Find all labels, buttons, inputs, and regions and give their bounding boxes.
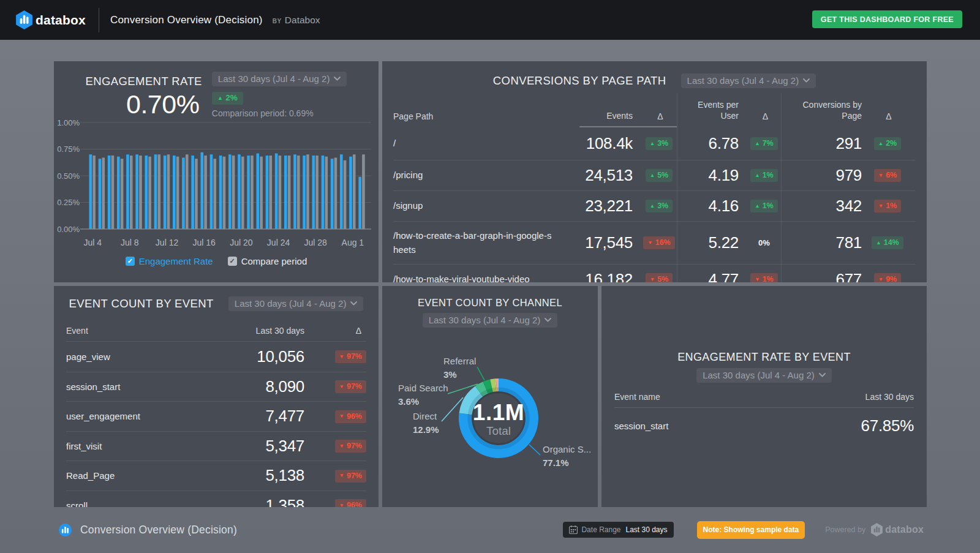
col-events-per-user[interactable]: Events per User [677, 100, 739, 127]
table-row[interactable]: / 108.4k 3% 6.78 7% 291 2% [393, 127, 916, 160]
compare-bar[interactable] [111, 156, 115, 229]
engagement-bar[interactable] [89, 154, 92, 229]
date-range-pill[interactable]: Date Range Last 30 days [563, 522, 673, 538]
conversions-date-dropdown[interactable]: Last 30 days (Jul 4 - Aug 2) [681, 73, 816, 88]
compare-bar[interactable] [204, 156, 207, 229]
compare-bar[interactable] [195, 159, 198, 229]
engagement-bar[interactable] [312, 156, 315, 229]
compare-bar[interactable] [241, 157, 244, 229]
engagement-bar[interactable] [331, 159, 334, 229]
compare-bar[interactable] [157, 154, 160, 229]
col-events[interactable]: Events [560, 111, 633, 127]
engagement-bar[interactable] [182, 157, 185, 229]
compare-bar[interactable] [325, 157, 328, 229]
compare-bar[interactable] [223, 157, 226, 229]
engagement-bar[interactable] [210, 154, 213, 229]
legend-compare-period[interactable]: ✓ Compare period [228, 256, 307, 266]
channel-date-dropdown[interactable]: Last 30 days (Jul 4 - Aug 2) [423, 313, 558, 328]
engagement-bar[interactable] [340, 154, 343, 229]
powered-by[interactable]: Powered by databox [825, 523, 924, 536]
engagement-bar[interactable] [349, 157, 352, 229]
compare-bar[interactable] [288, 156, 291, 229]
engagement-bar[interactable] [135, 154, 138, 229]
engagement-bar[interactable] [154, 154, 157, 229]
engagement-bar[interactable] [117, 157, 120, 229]
compare-bar[interactable] [167, 154, 170, 229]
table-row[interactable]: /pricing 24,513 5% 4.19 1% 979 6% [393, 160, 916, 190]
engagement-bar[interactable] [238, 154, 241, 229]
compare-bar[interactable] [269, 156, 272, 229]
compare-bar[interactable] [148, 157, 151, 229]
engagement-bar[interactable] [293, 154, 296, 229]
engagement-bar[interactable] [266, 156, 269, 229]
engagement-bar[interactable] [219, 156, 222, 229]
col-event-name[interactable]: Event name [614, 392, 660, 402]
table-row[interactable]: /how-to-create-a-bar-graph-in-google-she… [393, 221, 916, 264]
table-row[interactable]: Read_Page 5,138 97% [66, 461, 366, 491]
table-row[interactable]: /signup 23,221 3% 4.16 1% 342 1% [393, 190, 916, 221]
engagement-rate-checkbox[interactable]: ✓ [126, 257, 135, 266]
engagement-bar[interactable] [358, 177, 361, 229]
table-row[interactable]: page_view 10,056 97% [66, 342, 366, 372]
engagement-bar[interactable] [275, 153, 278, 229]
compare-bar[interactable] [353, 154, 356, 229]
engagement-bar[interactable] [228, 154, 232, 229]
col-last-30-days[interactable]: Last 30 days [194, 326, 304, 341]
table-row[interactable]: /how-to-make-viral-youtube-video 16,182 … [393, 264, 916, 282]
col-events-delta[interactable]: Δ [633, 111, 677, 127]
engagement-bar[interactable] [191, 156, 194, 229]
table-row[interactable]: user_engagement 7,477 96% [66, 401, 366, 431]
col-last-30-days[interactable]: Last 30 days [865, 392, 914, 402]
compare-bar[interactable] [315, 156, 318, 229]
compare-bar[interactable] [130, 156, 133, 229]
col-conv-delta[interactable]: Δ [862, 111, 905, 127]
compare-bar[interactable] [306, 154, 309, 229]
engagement-bar[interactable] [247, 156, 250, 229]
event-delta-badge: 97% [335, 380, 366, 393]
engagement-bar[interactable] [145, 156, 148, 229]
compare-bar[interactable] [260, 157, 263, 229]
engagement-bar[interactable] [322, 156, 325, 229]
table-row[interactable]: session_start 67.85% [614, 408, 914, 435]
engagement-bar[interactable] [126, 154, 129, 229]
engagement-bar[interactable] [284, 156, 287, 229]
col-event[interactable]: Event [66, 326, 194, 341]
compare-bar[interactable] [344, 160, 347, 229]
compare-bar[interactable] [121, 159, 124, 229]
engagement-bar[interactable] [108, 156, 111, 229]
col-delta[interactable]: Δ [304, 326, 366, 341]
event-count-date-dropdown[interactable]: Last 30 days (Jul 4 - Aug 2) [228, 296, 364, 311]
conversions-cell: 677 [781, 270, 862, 282]
databox-logo[interactable]: databox [16, 10, 86, 29]
compare-bar[interactable] [139, 156, 142, 229]
compare-bar[interactable] [334, 157, 337, 229]
compare-bar[interactable] [279, 156, 282, 229]
table-row[interactable]: scroll 1,358 96% [66, 491, 366, 508]
compare-bar[interactable] [186, 154, 189, 229]
engagement-bar[interactable] [201, 152, 204, 229]
engagement-bar[interactable] [303, 156, 306, 229]
compare-bar[interactable] [176, 157, 179, 229]
col-epu-delta[interactable]: Δ [739, 111, 781, 127]
table-row[interactable]: session_start 8,090 97% [66, 372, 366, 402]
engagement-rate-date-dropdown[interactable]: Last 30 days (Jul 4 - Aug 2) [212, 72, 347, 86]
col-conversions-by-page[interactable]: Conversions by Page [781, 100, 862, 127]
get-dashboard-button[interactable]: GET THIS DASHBOARD FOR FREE [812, 10, 962, 28]
engagement-bar[interactable] [257, 153, 260, 229]
compare-period-checkbox[interactable]: ✓ [228, 257, 237, 266]
compare-bar[interactable] [92, 156, 96, 229]
compare-bar[interactable] [297, 156, 300, 229]
compare-bar[interactable] [232, 156, 235, 229]
by-author[interactable]: Databox [285, 15, 320, 26]
compare-bar[interactable] [102, 157, 105, 229]
col-page-path[interactable]: Page Path [393, 111, 560, 127]
compare-bar[interactable] [213, 159, 216, 229]
compare-bar[interactable] [251, 156, 254, 229]
engagement-bar[interactable] [173, 156, 176, 229]
engagement-bar[interactable] [164, 156, 167, 229]
engagement-bar[interactable] [99, 159, 102, 229]
compare-bar[interactable] [362, 154, 365, 229]
table-row[interactable]: first_visit 5,347 97% [66, 431, 366, 461]
legend-engagement-rate[interactable]: ✓ Engagement Rate [126, 256, 213, 266]
rate-by-event-date-dropdown[interactable]: Last 30 days (Jul 4 - Aug 2) [696, 368, 832, 383]
